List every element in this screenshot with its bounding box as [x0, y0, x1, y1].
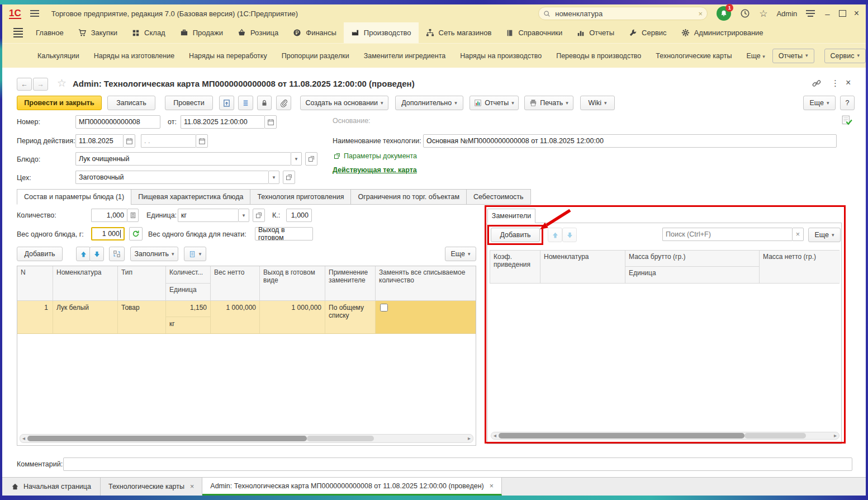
func-naryady-pererabotku[interactable]: Наряды на переработку [182, 52, 274, 60]
date-calendar-button[interactable] [264, 115, 277, 129]
doc-kebab-menu-icon[interactable]: ⋮ [831, 78, 839, 88]
fill-document-icon-button[interactable]: ▾ [184, 247, 206, 261]
col-header-unit[interactable]: Единица [166, 284, 211, 301]
maximize-icon[interactable] [839, 10, 846, 17]
section-administrirovanie[interactable]: Администрирование [674, 22, 771, 43]
scrollbar-thumb[interactable] [27, 436, 307, 441]
substitutes-search-input[interactable] [662, 228, 792, 241]
section-finansy[interactable]: Финансы [286, 22, 344, 43]
history-icon[interactable] [740, 8, 750, 18]
period-start-calendar-button[interactable] [123, 134, 135, 148]
cell-type[interactable]: Товар [118, 301, 166, 333]
period-end-field[interactable]: . . [141, 134, 196, 148]
minimize-icon[interactable]: – [825, 9, 829, 18]
help-button[interactable]: ? [840, 96, 855, 110]
tab-sostav-i-parametry[interactable]: Состав и параметры блюда (1) [17, 189, 131, 205]
dish-field[interactable]: Лук очищенный [75, 152, 291, 166]
print-button[interactable]: Печать▾ [524, 96, 573, 110]
doc-more-button[interactable]: Еще▾ [803, 96, 836, 110]
wiki-button[interactable]: Wiki▾ [580, 96, 615, 110]
section-proizvodstvo[interactable]: Производство [344, 22, 419, 43]
workshop-field[interactable]: Заготовочный [75, 171, 268, 184]
tech-name-field[interactable]: Основная №МП0000000000008 от 11.08.2025 … [423, 134, 837, 148]
quantity-field[interactable]: 1,000 [91, 209, 127, 222]
doc-reports-button[interactable]: Отчеты▾ [469, 96, 519, 110]
section-sklad[interactable]: Склад [125, 22, 173, 43]
func-naryady-izgotovlenie[interactable]: Наряды на изготовление [87, 52, 182, 60]
bottom-tab-home[interactable]: Начальная страница [2, 478, 101, 496]
k-coef-field[interactable]: 1,000 [286, 209, 312, 222]
swap-rows-button[interactable] [109, 247, 125, 261]
search-input[interactable] [554, 9, 695, 18]
additional-button[interactable]: Дополнительно▾ [395, 96, 463, 110]
substitutes-row-up-button[interactable] [548, 228, 562, 242]
section-otchety[interactable]: Отчеты [570, 22, 622, 43]
func-zameniteli-ingredienta[interactable]: Заменители ингредиента [357, 52, 453, 60]
post-button[interactable]: Провести [165, 96, 213, 110]
lock-icon-button[interactable] [257, 96, 272, 110]
cell-n[interactable]: 1 [17, 301, 53, 333]
section-zakupki[interactable]: Закупки [71, 22, 125, 43]
tab-sebestoimost[interactable]: Себестоимость [466, 189, 531, 205]
funcbar-reports-button[interactable]: Отчеты▾ [772, 49, 814, 63]
create-on-basis-button[interactable]: Создать на основании▾ [300, 96, 388, 110]
col-header-application[interactable]: Применение заменителе [325, 266, 376, 301]
nav-back-button[interactable]: ← [17, 78, 32, 91]
func-more[interactable]: Еще ▾ [739, 52, 772, 60]
unit-open-button[interactable] [253, 209, 265, 222]
cell-nomenclature[interactable]: Лук белый [53, 301, 118, 333]
func-proporcii-razdelki[interactable]: Пропорции разделки [274, 52, 357, 60]
col-header-n[interactable]: N [17, 266, 53, 301]
cell-unit[interactable]: кг [166, 317, 211, 333]
tab-tekhnologiya-prigotovleniya[interactable]: Технология приготовления [250, 189, 350, 205]
cell-qty[interactable]: 1,150 [166, 301, 211, 317]
post-document-icon-button[interactable] [219, 96, 234, 110]
func-naryady-proizvodstvo[interactable]: Наряды на производство [453, 52, 549, 60]
nav-forward-button[interactable]: → [33, 78, 48, 91]
tab-ogranicheniya[interactable]: Ограничения по торг. объектам [350, 189, 466, 205]
doc-params-link[interactable]: Параметры документа [334, 152, 417, 160]
section-prodazhi[interactable]: Продажи [173, 22, 230, 43]
cell-replace-all[interactable] [376, 301, 476, 333]
composition-hscrollbar[interactable]: ◂ ▸ [20, 434, 473, 443]
service-menu-icon[interactable] [806, 10, 815, 17]
col-header-sub-nomenclature[interactable]: Номенклатура [540, 251, 625, 283]
substitutes-more-button[interactable]: Еще▾ [808, 228, 841, 242]
section-servis[interactable]: Сервис [622, 22, 674, 43]
scroll-left-icon[interactable]: ◂ [491, 433, 499, 438]
bottom-tab-list[interactable]: Технологические карты × [101, 478, 202, 496]
period-start-field[interactable]: 11.08.2025 [75, 134, 123, 148]
row-up-button[interactable] [76, 247, 91, 261]
func-perevody-proizvodstvo[interactable]: Переводы в производство [549, 52, 648, 60]
col-header-nomenclature[interactable]: Номенклатура [53, 266, 118, 301]
get-link-icon[interactable] [812, 78, 822, 88]
col-header-gross[interactable]: Масса брутто (гр.) [625, 251, 760, 267]
row-down-button[interactable] [89, 247, 104, 261]
number-field[interactable]: МП0000000000008 [75, 115, 160, 129]
active-tech-card-link[interactable]: Действующая тех. карта [333, 166, 417, 174]
unit-dropdown-button[interactable]: ▾ [238, 209, 249, 222]
scrollbar-thumb[interactable] [499, 433, 744, 438]
doc-close-icon[interactable]: × [846, 78, 851, 88]
substitutes-add-button[interactable]: Добавить [491, 228, 540, 242]
user-name[interactable]: Admin [776, 10, 797, 18]
composition-add-button[interactable]: Добавить [17, 247, 63, 261]
post-and-close-button[interactable]: Провести и закрыть [17, 96, 102, 110]
func-tekhnologicheskie-karty[interactable]: Технологические карты [648, 52, 739, 60]
cell-application[interactable]: По общему списку [325, 301, 376, 333]
cell-net[interactable]: 1 000,000 [211, 301, 260, 333]
attachments-icon-button[interactable] [276, 96, 291, 110]
period-end-calendar-button[interactable] [196, 134, 208, 148]
notifications-icon[interactable]: 1 [717, 6, 731, 21]
favorite-doc-star-icon[interactable]: ☆ [57, 78, 67, 88]
close-tab-icon[interactable]: × [490, 482, 494, 490]
replace-all-checkbox[interactable] [380, 304, 388, 312]
substitutes-hscrollbar[interactable]: ◂ ▸ [491, 432, 839, 440]
close-window-icon[interactable]: × [854, 8, 859, 18]
bottom-tab-document[interactable]: Admin: Технологическая карта МП000000000… [202, 478, 502, 496]
substitutes-row-down-button[interactable] [562, 228, 577, 242]
dish-weight-field[interactable]: 1 000 [91, 227, 125, 240]
scroll-left-icon[interactable]: ◂ [20, 436, 27, 441]
date-field[interactable]: 11.08.2025 12:00:00 [181, 115, 264, 129]
col-header-replace-all[interactable]: Заменять все списываемое количество [376, 266, 476, 301]
